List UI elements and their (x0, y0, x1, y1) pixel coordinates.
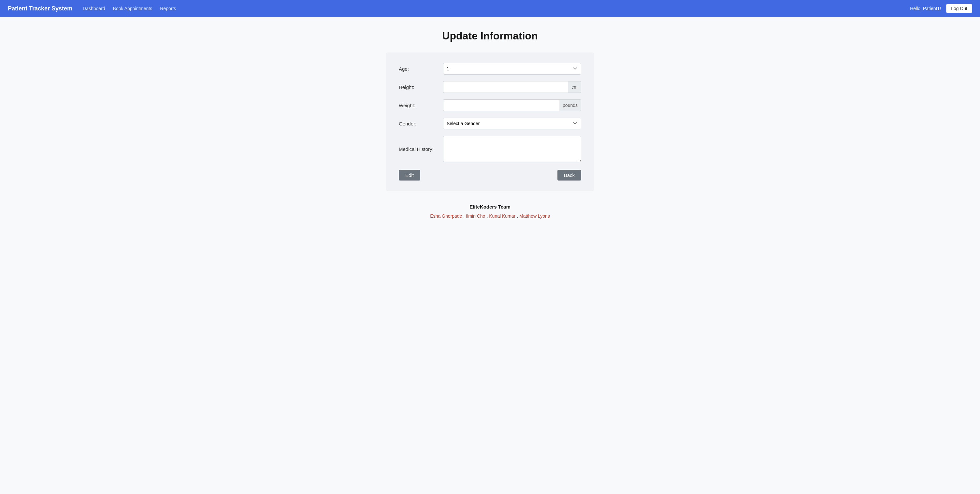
dashboard-link[interactable]: Dashboard (83, 6, 105, 11)
age-row: Age: 123451015202530405060708090100 (399, 63, 581, 75)
navbar-left: Patient Tracker System Dashboard Book Ap… (8, 5, 176, 12)
gender-row: Gender: Select a GenderMaleFemaleOtherPr… (399, 118, 581, 129)
footer-team-label: EliteKoders Team (430, 204, 550, 210)
book-appointments-link[interactable]: Book Appointments (113, 6, 153, 11)
footer: EliteKoders Team Esha Ghorpade , Ilmin C… (430, 204, 550, 219)
age-label: Age: (399, 66, 438, 72)
update-form-card: Age: 123451015202530405060708090100 Heig… (386, 53, 594, 191)
sep-3: , (517, 214, 518, 219)
navbar: Patient Tracker System Dashboard Book Ap… (0, 0, 980, 17)
height-row: Height: cm (399, 81, 581, 93)
sep-1: , (463, 214, 465, 219)
navbar-right: Hello, Patient1! Log Out (910, 4, 972, 13)
form-actions: Edit Back (399, 170, 581, 180)
footer-links: Esha Ghorpade , Ilmin Cho , Kunal Kumar … (430, 214, 550, 219)
navbar-links: Dashboard Book Appointments Reports (83, 6, 176, 11)
weight-label: Weight: (399, 103, 438, 108)
footer-link-matthew[interactable]: Matthew Lyons (519, 214, 550, 219)
medical-history-textarea[interactable] (443, 136, 581, 162)
back-button[interactable]: Back (557, 170, 581, 180)
gender-select[interactable]: Select a GenderMaleFemaleOtherPrefer not… (443, 118, 581, 129)
height-label: Height: (399, 84, 438, 90)
medical-history-row: Medical History: (399, 136, 581, 162)
page-title: Update Information (442, 30, 538, 42)
navbar-brand[interactable]: Patient Tracker System (8, 5, 72, 12)
edit-button[interactable]: Edit (399, 170, 420, 180)
footer-link-ilmin[interactable]: Ilmin Cho (466, 214, 485, 219)
weight-row: Weight: pounds (399, 99, 581, 111)
weight-input-group: pounds (443, 99, 581, 111)
height-input[interactable] (443, 81, 568, 93)
height-addon: cm (568, 81, 581, 93)
gender-label: Gender: (399, 121, 438, 126)
footer-link-kunal[interactable]: Kunal Kumar (489, 214, 515, 219)
user-greeting: Hello, Patient1! (910, 6, 941, 11)
logout-button[interactable]: Log Out (946, 4, 972, 13)
height-input-group: cm (443, 81, 581, 93)
reports-link[interactable]: Reports (160, 6, 176, 11)
weight-input[interactable] (443, 99, 559, 111)
main-content: Update Information Age: 1234510152025304… (0, 17, 980, 238)
sep-2: , (487, 214, 488, 219)
weight-addon: pounds (559, 99, 581, 111)
age-select[interactable]: 123451015202530405060708090100 (443, 63, 581, 75)
medical-history-label: Medical History: (399, 146, 438, 152)
footer-link-esha[interactable]: Esha Ghorpade (430, 214, 462, 219)
